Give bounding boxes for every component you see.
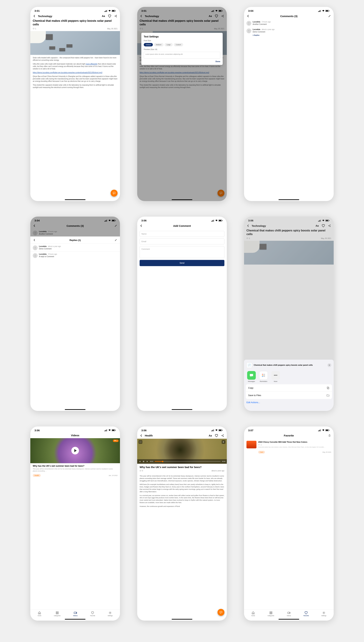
svg-rect-20	[318, 11, 319, 12]
tab-home[interactable]: Home	[38, 611, 41, 616]
inline-link[interactable]: more efficiently	[86, 63, 98, 65]
tab-categories[interactable]: Categories	[268, 611, 274, 616]
favorite-desc: Chevrolet added two new exterior color c…	[258, 446, 331, 448]
tab-favorite[interactable]: Favorite	[90, 611, 95, 616]
svg-point-38	[35, 255, 36, 256]
size-custom[interactable]: Custom	[174, 43, 183, 46]
tab-videos[interactable]: Videos	[287, 611, 291, 616]
svg-rect-75	[74, 612, 76, 614]
share-button[interactable]	[114, 14, 118, 18]
tab-videos[interactable]: Videos	[73, 611, 78, 616]
svg-rect-44	[219, 220, 221, 221]
share-title: Chemical that makes chilli peppers spicy…	[254, 364, 326, 366]
video-date: Jan, 18 2022	[108, 475, 118, 476]
screen-videos: 3:06 Videos 0 Why has the UK's wet summe…	[30, 426, 120, 621]
delete-button[interactable]	[328, 434, 331, 437]
reply-item[interactable]: Lucodeia · about a year agoDemo Comment	[30, 244, 120, 252]
save-to-files-action[interactable]: Save to Files	[246, 392, 332, 399]
svg-rect-63	[328, 387, 329, 389]
back-button[interactable]	[140, 434, 143, 437]
svg-rect-78	[212, 430, 213, 431]
next-button[interactable]	[146, 460, 148, 463]
copy-action[interactable]: Copy	[246, 384, 332, 392]
favorite-button[interactable]	[215, 434, 218, 437]
comment-fab[interactable]	[111, 190, 118, 196]
tab-categories[interactable]: Categories	[54, 611, 61, 616]
favorite-button[interactable]	[108, 14, 111, 18]
prev-button[interactable]	[138, 460, 141, 463]
size-default[interactable]: Default	[144, 43, 153, 46]
tab-favorite[interactable]: Favorite	[304, 611, 309, 616]
back-button[interactable]	[246, 14, 250, 18]
tab-settings[interactable]: Settings	[108, 611, 113, 616]
size-large[interactable]: Large	[164, 43, 173, 46]
svg-rect-49	[321, 220, 321, 222]
svg-rect-77	[211, 431, 212, 431]
size-medium[interactable]: Medium	[154, 43, 164, 46]
name-input[interactable]: Name	[140, 231, 224, 237]
favorite-item[interactable]: 2022 Chevy Corvette Will Add Three Hot N…	[244, 439, 334, 451]
close-button[interactable]: ✕	[328, 363, 331, 367]
comment-item[interactable]: Lucodeia · about a year ago Demo Comment	[244, 27, 334, 34]
video-title[interactable]: Why has the UK's wet summer been bad for…	[30, 463, 120, 468]
svg-rect-57	[263, 374, 265, 374]
text-settings-button[interactable]: Aa	[208, 14, 212, 18]
send-button[interactable]: Send	[140, 260, 224, 266]
svg-point-86	[223, 436, 224, 437]
compose-button[interactable]	[328, 14, 331, 18]
share-button[interactable]	[221, 434, 224, 437]
text-settings-button[interactable]: Aa	[208, 434, 212, 437]
email-input[interactable]: Email	[140, 239, 224, 244]
back-button[interactable]	[140, 14, 143, 18]
svg-rect-0	[104, 11, 105, 12]
reply-item[interactable]: Lucodeia · 3 hours agoA reply to Comment	[30, 252, 120, 259]
svg-point-55	[330, 226, 330, 227]
svg-rect-15	[219, 10, 221, 12]
video-player[interactable]: 00:01 00:08	[137, 439, 227, 464]
done-button[interactable]: Done	[144, 60, 220, 63]
back-button[interactable]	[33, 14, 36, 18]
video-thumbnail[interactable]: 0	[30, 438, 120, 463]
favorite-button[interactable]	[215, 14, 218, 18]
tab-home[interactable]: Home	[251, 611, 255, 616]
play-button[interactable]	[71, 447, 79, 454]
compose-button[interactable]	[114, 238, 118, 242]
category-tag[interactable]: Cars	[258, 451, 265, 454]
comment-fab[interactable]	[218, 609, 224, 616]
share-app-messages[interactable]: Messages	[247, 371, 256, 382]
progress-bar[interactable]	[155, 461, 220, 462]
paragraph: Qinye Bao at East China Normal Universit…	[33, 75, 118, 83]
share-app-reminders[interactable]: Reminders	[259, 371, 268, 382]
svg-rect-35	[115, 220, 116, 221]
share-sheet: 📄 Chemical that makes chilli peppers spi…	[244, 360, 334, 411]
svg-rect-34	[112, 220, 114, 221]
comment-badge: 0	[113, 440, 118, 442]
svg-rect-72	[58, 612, 58, 612]
edit-actions[interactable]: Edit Actions...	[244, 399, 334, 406]
category-tag[interactable]: Health	[33, 474, 41, 477]
svg-rect-41	[213, 220, 214, 222]
replies-link[interactable]: 1 Replies	[244, 34, 334, 36]
pause-button[interactable]	[142, 460, 145, 463]
screen-add-comment: 3:06 Add Comment Name Email Comment Send	[137, 217, 227, 411]
paragraph: Ultra-thin solar cells made with lead-ba…	[33, 63, 118, 70]
text-settings-button[interactable]: Aa	[102, 14, 105, 18]
share-button[interactable]	[221, 14, 224, 18]
fullscreen-button[interactable]	[138, 440, 142, 444]
back-button[interactable]	[33, 238, 36, 242]
svg-rect-82	[219, 430, 221, 431]
article-title: Chemical that makes chilli peppers spicy…	[33, 19, 118, 26]
svg-rect-88	[144, 461, 144, 462]
svg-rect-29	[104, 221, 105, 222]
back-button[interactable]	[140, 224, 143, 228]
svg-rect-39	[211, 221, 212, 222]
comment-item[interactable]: Lucodeia · 3 hours ago Another Comment	[244, 19, 334, 27]
avatar-icon	[246, 29, 251, 33]
tab-settings[interactable]: Settings	[322, 611, 326, 616]
comment-input[interactable]: Comment	[140, 246, 224, 258]
header-title: Favorite	[252, 434, 326, 437]
share-app-more[interactable]: ••• More	[271, 371, 280, 382]
media-link[interactable]: https://demo.lucodeia.com/flutter-wp-luc…	[33, 72, 102, 74]
svg-point-76	[110, 612, 111, 613]
mute-button[interactable]	[222, 440, 226, 444]
